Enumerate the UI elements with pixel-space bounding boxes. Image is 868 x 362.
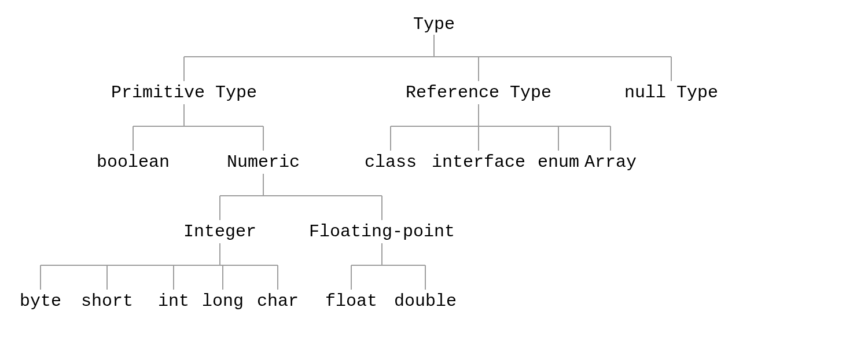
node-floating-point: Floating-point [309,222,455,242]
node-char: char [257,291,299,311]
node-interface: interface [432,152,525,172]
node-int: int [158,291,189,311]
node-double: double [394,291,457,311]
node-reference-type: Reference Type [406,83,551,103]
node-null-type: null Type [624,83,718,103]
node-boolean: boolean [97,152,170,172]
node-array: Array [584,152,637,172]
node-primitive-type: Primitive Type [111,83,257,103]
node-class: class [365,152,417,172]
node-integer: Integer [183,222,256,242]
node-long: long [202,291,244,311]
node-type: Type [413,14,455,34]
node-numeric: Numeric [227,152,300,172]
type-tree-diagram: Type Primitive Type Reference Type null … [0,0,868,362]
node-float: float [325,291,377,311]
node-byte: byte [20,291,61,311]
node-enum: enum [538,152,579,172]
node-short: short [81,291,133,311]
